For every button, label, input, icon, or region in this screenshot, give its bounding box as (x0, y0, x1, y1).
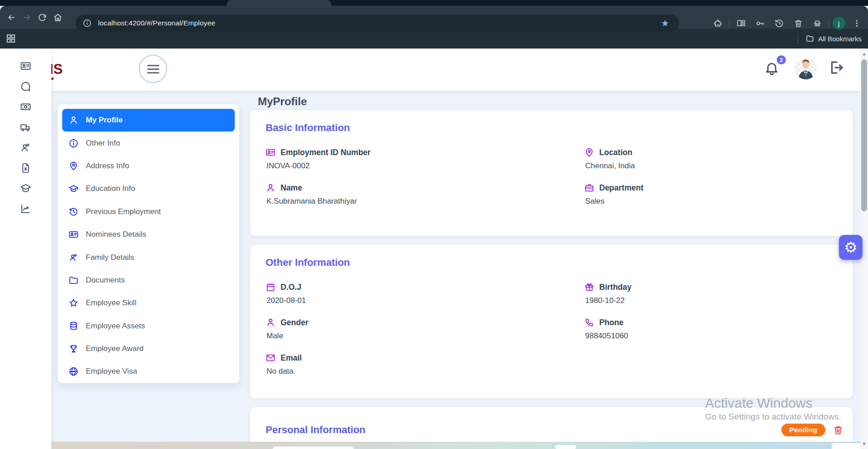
back-icon[interactable] (4, 10, 19, 25)
menu-item-previous-employment[interactable]: Previous Employment (58, 200, 239, 223)
field-value: 9884051060 (585, 332, 837, 341)
section-title: Basic Information (250, 110, 853, 134)
menu-item-employee-skill[interactable]: Employee Skill (58, 292, 239, 314)
basic-information-card: Basic Information Employment ID Number I… (250, 110, 853, 236)
rail-chart-icon[interactable] (20, 203, 31, 215)
extensions-icon[interactable] (710, 15, 725, 31)
rail-payroll-cash-icon[interactable] (20, 101, 31, 112)
menu-item-label: Employee Assets (86, 322, 145, 331)
cutoff-element (832, 443, 861, 449)
menu-item-label: Other Info (86, 139, 120, 148)
apps-grid-icon[interactable] (5, 33, 16, 44)
field-value: No data (266, 367, 584, 376)
trophy-icon (69, 344, 79, 354)
toolbar-separator (729, 19, 730, 28)
app-logo: IS (49, 61, 65, 78)
activate-windows-watermark: Activate Windows (705, 395, 813, 411)
star-icon (69, 298, 79, 308)
calendar-icon (266, 282, 276, 292)
profile-menu-card: My Profile Other Info Address Info Educa… (58, 104, 239, 383)
database-icon (69, 321, 79, 331)
globe-icon (69, 366, 79, 376)
menu-item-label: Documents (86, 276, 125, 285)
info-icon (69, 138, 79, 148)
menu-item-employee-award[interactable]: Employee Award (58, 337, 239, 360)
browser-active-tab[interactable] (227, 0, 331, 6)
field-value: 2020-08-01 (266, 296, 584, 305)
menu-item-documents[interactable]: Documents (58, 269, 239, 292)
menu-item-label: Nominees Details (86, 230, 146, 239)
notification-count-badge: 2 (776, 54, 787, 65)
other-information-card: Other Information D.O.J 2020-08-01 Birth… (250, 245, 853, 398)
menu-item-label: My Profile (86, 116, 123, 125)
field-location: Location Chennai, India (584, 147, 837, 171)
menu-item-label: Employee Visa (86, 367, 137, 376)
browser-profile-avatar[interactable]: j (833, 17, 845, 29)
menu-item-address-info[interactable]: Address Info (58, 155, 239, 177)
logout-icon[interactable] (829, 59, 845, 76)
browser-menu-dots-icon[interactable] (849, 15, 864, 31)
rail-graduation-icon[interactable] (20, 183, 31, 194)
scrollbar-thumb[interactable] (861, 59, 867, 211)
delete-icon[interactable] (833, 425, 843, 435)
section-title: Other Information (250, 245, 853, 268)
address-bar[interactable]: localhost:4200/#/Personal/Employee ★ (75, 15, 679, 32)
scroll-up-arrow[interactable]: ▲ (860, 51, 868, 56)
field-label: Location (599, 148, 632, 157)
menu-item-employee-visa[interactable]: Employee Visa (58, 360, 239, 383)
field-value: Chennai, India (585, 161, 837, 171)
menu-item-label: Employee Skill (86, 298, 137, 307)
field-value: Sales (585, 197, 837, 206)
rail-chat-icon[interactable] (20, 81, 31, 92)
bookmark-star-icon[interactable]: ★ (661, 18, 669, 29)
scroll-down-arrow[interactable]: ▼ (860, 441, 868, 446)
cutoff-element (272, 446, 354, 449)
forward-icon[interactable] (19, 10, 35, 25)
menu-item-other-info[interactable]: Other Info (58, 132, 239, 154)
menu-item-my-profile[interactable]: My Profile (62, 109, 235, 132)
reading-list-icon[interactable] (733, 15, 749, 31)
menu-item-education-info[interactable]: Education Info (58, 177, 239, 200)
rail-truck-icon[interactable] (20, 122, 31, 133)
field-value: K.Subramania Bharathiyar (266, 197, 584, 206)
person-icon (69, 115, 79, 125)
history-icon (69, 207, 79, 217)
field-value: 1980-10-22 (585, 296, 837, 305)
app-logo-accent (51, 78, 54, 80)
field-value: Male (266, 332, 584, 341)
page-title: MyProfile (258, 95, 307, 108)
user-avatar[interactable] (795, 58, 817, 79)
menu-item-family-details[interactable]: Family Details (58, 246, 239, 268)
rail-file-x-icon[interactable] (20, 162, 31, 174)
history-icon[interactable] (771, 15, 787, 31)
hamburger-menu-button[interactable] (139, 55, 167, 83)
field-email: Email No data (266, 353, 584, 376)
menu-item-nominees-details[interactable]: Nominees Details (58, 223, 239, 246)
field-doj: D.O.J 2020-08-01 (266, 282, 584, 305)
passwords-key-icon[interactable] (752, 15, 768, 31)
rail-idcard-icon[interactable] (20, 60, 31, 72)
field-gender: Gender Male (266, 317, 584, 341)
reload-icon[interactable] (35, 10, 50, 25)
menu-item-label: Previous Employment (86, 207, 161, 216)
person-icon (266, 317, 276, 327)
menu-item-employee-assets[interactable]: Employee Assets (58, 315, 239, 337)
menu-item-label: Address Info (86, 161, 129, 171)
url-text[interactable]: localhost:4200/#/Personal/Employee (98, 19, 215, 27)
field-phone: Phone 9884051060 (584, 317, 837, 341)
folder-icon (806, 34, 814, 43)
bookmarks-separator (798, 34, 798, 44)
field-department: Department Sales (584, 183, 837, 206)
home-icon[interactable] (50, 10, 65, 25)
incognito-icon[interactable] (809, 15, 825, 31)
field-label: Birthday (599, 283, 631, 292)
graduation-cap-icon (69, 184, 79, 194)
activate-windows-subtext: Go to Settings to activate Windows. (705, 412, 841, 422)
site-info-icon[interactable] (83, 19, 92, 28)
gift-icon (584, 282, 594, 292)
settings-gear-button[interactable]: ⚙ (839, 235, 863, 260)
status-badge: Pending (781, 424, 825, 436)
clear-browsing-trash-icon[interactable] (790, 15, 806, 31)
menu-item-label: Family Details (86, 253, 134, 262)
rail-people-icon[interactable] (20, 142, 31, 153)
